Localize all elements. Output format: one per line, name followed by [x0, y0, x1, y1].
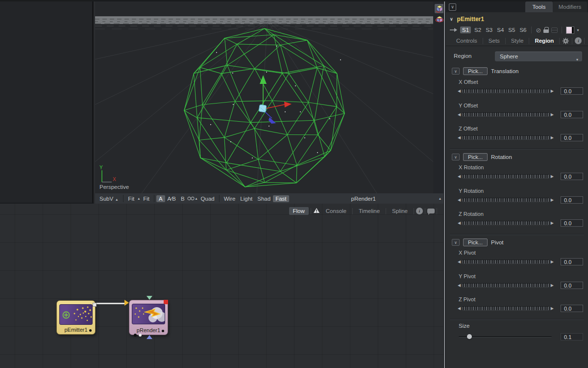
fit-dropdown-button[interactable]: Fit	[125, 195, 137, 202]
collapse-chevron-icon[interactable]: ∨	[450, 17, 453, 22]
slot-s1[interactable]: S1	[460, 26, 471, 33]
flow-node-editor[interactable]: Flow Console Timeline Spline i	[0, 204, 444, 368]
slot-s3[interactable]: S3	[485, 26, 493, 33]
stereo-glasses-icon[interactable]	[187, 196, 195, 201]
gizmo-z-arrowhead[interactable]	[269, 117, 276, 124]
y-pivot-value-field[interactable]: 0.0	[561, 282, 583, 289]
wire-button[interactable]: Wire	[221, 195, 238, 202]
settings-gear-icon[interactable]	[562, 37, 569, 45]
3d-viewport[interactable]: Y X Perspective	[95, 1, 433, 193]
subv-button[interactable]: SubV ▴	[97, 195, 121, 202]
prender-bottom-dot-black[interactable]	[134, 334, 137, 337]
rotation-pick-button[interactable]: Pick...	[463, 153, 488, 161]
node-header[interactable]: ∨ pEmitter1	[450, 16, 484, 23]
x-offset-value-field[interactable]: 0.0	[561, 87, 583, 95]
tab-modifiers[interactable]: Modifiers	[553, 1, 587, 12]
info-icon[interactable]: i	[416, 208, 423, 214]
node-tile-color-swatch[interactable]	[566, 26, 574, 34]
z-rotation-thumbwheel[interactable]: ◀▶	[458, 220, 554, 226]
translation-collapse-icon[interactable]: ∨	[452, 68, 460, 75]
prender-input-arrow-icon[interactable]	[147, 296, 152, 300]
y-rotation-thumbwheel[interactable]: ◀▶	[458, 197, 554, 203]
y-rotation-value-field[interactable]: 0.0	[561, 196, 583, 204]
x-pivot-value-field[interactable]: 0.0	[561, 258, 583, 265]
z-offset-label: Z Offset	[459, 126, 478, 131]
pivot-pick-button[interactable]: Pick...	[463, 238, 488, 246]
lock-icon[interactable]	[543, 27, 549, 33]
node-connection-line[interactable]	[96, 303, 125, 304]
pemitter-output-pad[interactable]	[93, 303, 97, 307]
viewport-rotate-icon[interactable]	[435, 15, 444, 24]
cache-icon[interactable]	[551, 27, 558, 33]
tab-sets[interactable]: Sets	[486, 38, 503, 44]
channel-b-button[interactable]: B	[178, 195, 187, 202]
pemitter-thumbnail	[59, 304, 93, 325]
tab-flow[interactable]: Flow	[289, 207, 309, 215]
slot-s4[interactable]: S4	[496, 26, 505, 33]
quad-button[interactable]: Quad	[198, 195, 217, 202]
z-rotation-value-field[interactable]: 0.0	[561, 219, 583, 227]
x-offset-thumbwheel[interactable]: ◀▶	[458, 88, 554, 94]
size-slider-knob[interactable]	[467, 334, 472, 339]
light-button[interactable]: Light	[238, 195, 255, 202]
tab-console[interactable]: Console	[322, 207, 350, 215]
y-pivot-thumbwheel[interactable]: ◀▶	[458, 283, 554, 288]
tab-region[interactable]: Region	[532, 38, 557, 44]
channel-a-button[interactable]: A	[156, 195, 165, 202]
z-pivot-value-field[interactable]: 0.0	[561, 305, 583, 312]
view-name-label[interactable]: Perspective	[99, 184, 129, 190]
pin-icon[interactable]	[450, 27, 458, 32]
slot-s6[interactable]: S6	[518, 26, 527, 33]
fast-button[interactable]: Fast	[273, 195, 289, 202]
tab-timeline[interactable]: Timeline	[355, 207, 384, 215]
tab-spline[interactable]: Spline	[388, 207, 412, 215]
gizmo-z-axis[interactable]	[265, 112, 272, 118]
node-pEmitter1[interactable]: pEmitter1	[56, 300, 96, 335]
slot-s2[interactable]: S2	[473, 26, 482, 33]
x-offset-control: X Offset ◀▶ 0.0	[453, 79, 583, 98]
z-offset-thumbwheel[interactable]: ◀▶	[458, 135, 554, 140]
prender-bottom-arrow-icon[interactable]	[147, 335, 152, 339]
y-offset-value-field[interactable]: 0.0	[561, 111, 583, 118]
disable-icon[interactable]: ⊘	[536, 26, 541, 34]
size-value-field[interactable]: 0.1	[561, 333, 583, 341]
channel-ab-button[interactable]: A⁄B	[165, 195, 178, 202]
fit-caret-icon[interactable]: ▴	[137, 196, 141, 201]
viewport-layout-icon[interactable]	[435, 4, 444, 13]
toolbar-separator	[123, 195, 123, 202]
x-rotation-thumbwheel[interactable]: ◀▶	[458, 174, 554, 179]
slot-s5[interactable]: S5	[507, 26, 516, 33]
toolbar-expand-caret-icon[interactable]: ▴	[438, 196, 442, 201]
left-viewer-pane[interactable]	[0, 1, 94, 204]
panel-collapse-checkbox[interactable]: ∨	[449, 3, 456, 11]
comments-icon[interactable]	[427, 209, 435, 213]
gizmo-x-arrowhead[interactable]	[284, 102, 292, 107]
gizmo-center-handle[interactable]	[259, 105, 267, 112]
prender-bottom-dot-white[interactable]	[139, 334, 142, 337]
viewport-active-tool-label[interactable]: pRender1	[289, 196, 438, 202]
y-offset-thumbwheel[interactable]: ◀▶	[458, 112, 554, 117]
region-row: Region Sphere ▾	[446, 52, 588, 61]
node-pRender1[interactable]: pRender1	[129, 300, 168, 335]
tab-tools[interactable]: Tools	[525, 1, 553, 12]
swatch-caret-icon[interactable]: ▾	[577, 28, 579, 32]
region-dropdown[interactable]: Sphere ▾	[495, 52, 582, 61]
rotation-collapse-icon[interactable]: ∨	[452, 154, 460, 160]
x-rotation-value-field[interactable]: 0.0	[561, 173, 583, 180]
z-offset-value-field[interactable]: 0.0	[561, 134, 583, 141]
tab-style[interactable]: Style	[508, 38, 527, 44]
x-pivot-thumbwheel[interactable]: ◀▶	[458, 259, 554, 264]
translation-pick-button[interactable]: Pick...	[463, 67, 488, 75]
pivot-collapse-icon[interactable]: ∨	[452, 239, 460, 246]
tab-controls[interactable]: Controls	[453, 38, 480, 44]
z-pivot-thumbwheel[interactable]: ◀▶	[458, 306, 554, 311]
region-caret-icon: ▾	[576, 55, 578, 64]
node-mask-dot[interactable]	[89, 329, 92, 332]
node-mask-dot[interactable]	[162, 330, 164, 332]
stereo-caret-icon[interactable]: ▴	[195, 196, 198, 201]
size-slider[interactable]	[459, 336, 552, 338]
fit-button[interactable]: Fit	[141, 195, 152, 202]
shad-button[interactable]: Shad	[255, 195, 273, 202]
tool-info-icon[interactable]: i	[575, 37, 582, 44]
transform-gizmo[interactable]	[259, 75, 292, 124]
